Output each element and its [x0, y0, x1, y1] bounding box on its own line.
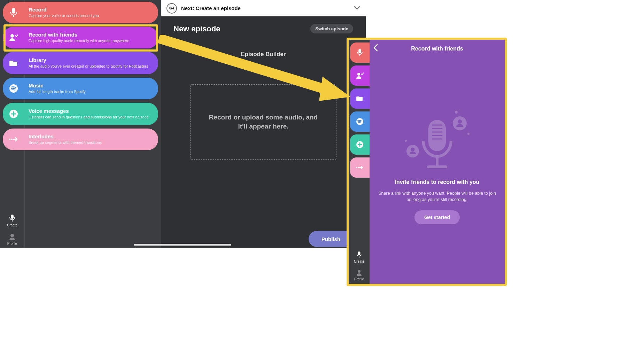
invite-title: Invite friends to record with you: [378, 179, 496, 185]
sidebar-item-record[interactable]: Record Capture your voice or sounds arou…: [3, 2, 158, 23]
svg-point-2: [10, 34, 14, 38]
sidebar-item-sub: All the audio you've ever created or upl…: [29, 64, 148, 69]
svg-point-35: [411, 148, 415, 152]
sidebar-item-title: Record: [29, 7, 99, 13]
get-started-button[interactable]: Get started: [414, 210, 460, 224]
svg-point-38: [405, 140, 407, 142]
svg-rect-12: [358, 49, 361, 53]
right-app-screenshot: Create Profile Record with friends: [347, 38, 507, 286]
sidebar-item-sub: Add full length tracks from Spotify: [29, 89, 86, 94]
sidebar-item-title: Record with friends: [29, 32, 129, 38]
builder-label: Episode Builder: [161, 51, 366, 58]
record-with-friends-panel: Record with friends: [370, 40, 505, 284]
right-bottom-nav: Create Profile: [349, 251, 370, 281]
sidebar-item-sub: Capture your voice or sounds around you: [29, 13, 99, 18]
sidebar-item-sub: Listeners can send in questions and subm…: [29, 115, 149, 119]
rail-voice-messages[interactable]: [350, 134, 370, 155]
home-indicator: [134, 244, 231, 246]
spotify-icon: [3, 78, 24, 99]
rail-record[interactable]: [350, 42, 370, 63]
svg-point-33: [458, 119, 462, 124]
nav-label: Profile: [354, 277, 364, 281]
mic-illustration: [401, 109, 474, 177]
rail-interludes[interactable]: [350, 157, 370, 178]
svg-point-23: [358, 270, 360, 273]
svg-point-7: [9, 139, 10, 140]
panel-header: Record with friends: [370, 40, 505, 58]
nav-create[interactable]: Create: [7, 214, 17, 227]
arrow-dots-icon: [3, 129, 24, 150]
rail-record-with-friends[interactable]: [350, 65, 370, 86]
left-bottom-nav: Create Profile: [0, 214, 24, 246]
sidebar-item-title: Voice messages: [29, 108, 149, 114]
sidebar-item-voice-messages[interactable]: Voice messages Listeners can send in que…: [3, 103, 158, 125]
invite-block: Invite friends to record with you Share …: [370, 179, 505, 224]
folder-icon: [3, 52, 24, 74]
svg-rect-0: [12, 8, 15, 14]
svg-rect-21: [358, 251, 360, 255]
friends-icon: [3, 27, 24, 48]
sidebar-item-sub: Capture high-quality audio remotely with…: [29, 38, 129, 43]
nav-label: Create: [7, 223, 17, 227]
sidebar-item-title: Interludes: [29, 133, 102, 139]
panel-title: Record with friends: [411, 46, 463, 52]
chevron-down-icon[interactable]: [354, 5, 360, 11]
right-rail: Create Profile: [349, 40, 370, 284]
page-title: New episode: [173, 24, 220, 33]
left-sidebar: Record Capture your voice or sounds arou…: [0, 0, 161, 248]
microphone-icon: [3, 2, 24, 23]
topbar-text: Next: Create an episode: [181, 5, 350, 11]
onboarding-topbar[interactable]: 0/4 Next: Create an episode: [161, 0, 366, 16]
svg-rect-9: [11, 215, 14, 219]
svg-point-19: [356, 167, 357, 168]
plus-circle-icon: [3, 103, 24, 125]
nav-label: Create: [354, 260, 364, 263]
sidebar-item-title: Music: [29, 83, 86, 88]
svg-point-11: [10, 234, 14, 237]
sidebar-item-sub: Break up segments with themed transition…: [29, 140, 102, 145]
drop-zone[interactable]: Record or upload some audio, and it'll a…: [190, 84, 336, 160]
drop-zone-text: Record or upload some audio, and it'll a…: [204, 113, 322, 131]
svg-point-20: [358, 167, 359, 168]
nav-label: Profile: [7, 242, 17, 246]
back-button[interactable]: [373, 44, 378, 53]
nav-create[interactable]: Create: [354, 251, 364, 263]
sidebar-item-title: Library: [29, 57, 148, 63]
sidebar-item-record-with-friends[interactable]: Record with friends Capture high-quality…: [3, 27, 158, 48]
nav-profile[interactable]: Profile: [7, 233, 17, 246]
nav-profile[interactable]: Profile: [354, 270, 364, 281]
rail-music[interactable]: [350, 111, 370, 132]
rail-library[interactable]: [350, 88, 370, 109]
svg-point-36: [455, 111, 458, 114]
episode-builder-area: New episode Switch episode Episode Build…: [161, 16, 366, 248]
progress-badge: 0/4: [166, 3, 177, 14]
svg-point-8: [11, 139, 13, 140]
left-app-screenshot: Record Capture your voice or sounds arou…: [0, 0, 366, 248]
sidebar-item-library[interactable]: Library All the audio you've ever create…: [3, 52, 158, 74]
left-main: 0/4 Next: Create an episode New episode …: [161, 0, 366, 248]
invite-sub: Share a link with anyone you want. Peopl…: [378, 190, 496, 203]
svg-point-14: [357, 73, 360, 76]
sidebar-item-music[interactable]: Music Add full length tracks from Spotif…: [3, 78, 158, 99]
svg-point-37: [467, 133, 470, 135]
sidebar-item-interludes[interactable]: Interludes Break up segments with themed…: [3, 129, 158, 150]
switch-episode-button[interactable]: Switch episode: [310, 24, 353, 33]
